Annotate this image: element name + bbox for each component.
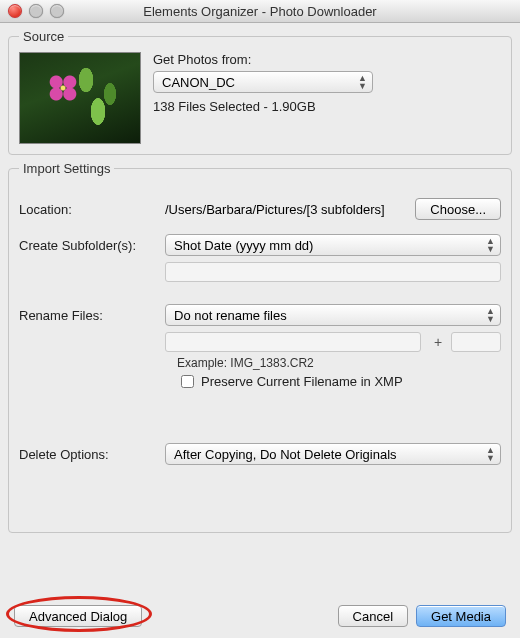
create-subfolders-label: Create Subfolder(s): — [19, 238, 159, 253]
import-settings-legend: Import Settings — [19, 161, 114, 176]
rename-basename-input — [165, 332, 421, 352]
files-selected-status: 138 Files Selected - 1.90GB — [153, 99, 373, 114]
cancel-button[interactable]: Cancel — [338, 605, 408, 627]
plus-icon: + — [431, 334, 445, 350]
advanced-dialog-button[interactable]: Advanced Dialog — [14, 605, 142, 627]
source-thumbnail — [19, 52, 141, 144]
delete-options-label: Delete Options: — [19, 447, 159, 462]
window-titlebar: Elements Organizer - Photo Downloader — [0, 0, 520, 23]
dialog-footer: Advanced Dialog Cancel Get Media — [0, 594, 520, 638]
choose-location-button[interactable]: Choose... — [415, 198, 501, 220]
preserve-xmp-checkbox[interactable] — [181, 375, 194, 388]
get-photos-from-label: Get Photos from: — [153, 52, 373, 67]
window-title: Elements Organizer - Photo Downloader — [0, 4, 520, 19]
device-select[interactable]: CANON_DC — [153, 71, 373, 93]
dialog-content: Source Get Photos from: CANON_DC ▲▼ 138 … — [0, 23, 520, 595]
subfolders-select[interactable]: Shot Date (yyyy mm dd) — [165, 234, 501, 256]
delete-options-select[interactable]: After Copying, Do Not Delete Originals — [165, 443, 501, 465]
location-label: Location: — [19, 202, 159, 217]
import-settings-group: Import Settings Location: /Users/Barbara… — [8, 161, 512, 533]
preserve-xmp-label: Preserve Current Filename in XMP — [201, 374, 403, 389]
rename-files-label: Rename Files: — [19, 308, 159, 323]
get-media-button[interactable]: Get Media — [416, 605, 506, 627]
source-legend: Source — [19, 29, 68, 44]
location-path: /Users/Barbara/Pictures/[3 subfolders] — [165, 202, 409, 217]
rename-suffix-input — [451, 332, 501, 352]
source-group: Source Get Photos from: CANON_DC ▲▼ 138 … — [8, 29, 512, 155]
subfolder-name-input — [165, 262, 501, 282]
rename-files-select[interactable]: Do not rename files — [165, 304, 501, 326]
rename-example: Example: IMG_1383.CR2 — [177, 356, 501, 370]
